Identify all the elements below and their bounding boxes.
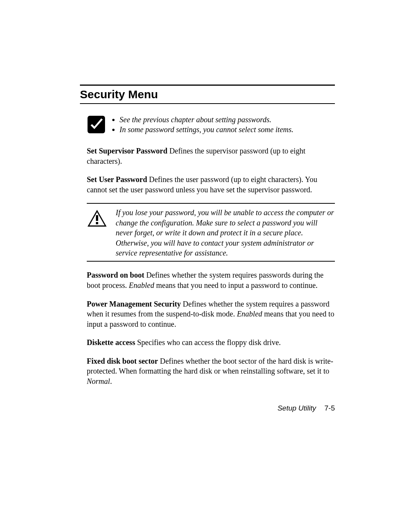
paragraph-set-supervisor: Set Supervisor Password Defines the supe… bbox=[87, 146, 335, 166]
term: Set Supervisor Password bbox=[87, 147, 167, 155]
document-page: Security Menu See the previous chapter a… bbox=[0, 0, 411, 532]
svg-rect-2 bbox=[96, 215, 98, 221]
title-block: Security Menu bbox=[80, 85, 335, 104]
page-footer: Setup Utility7-5 bbox=[277, 404, 335, 412]
emphasis: Enabled bbox=[129, 281, 155, 289]
text: . bbox=[110, 377, 112, 385]
footer-label: Setup Utility bbox=[277, 404, 316, 412]
paragraph-diskette-access: Diskette access Specifies who can access… bbox=[87, 337, 335, 348]
heading-bottom-rule bbox=[80, 103, 335, 104]
text: means that you need to input a password … bbox=[154, 281, 317, 289]
footer-page-number: 7-5 bbox=[325, 404, 335, 412]
note-list: See the previous chapter about setting p… bbox=[112, 115, 293, 134]
warning-callout: If you lose your password, you will be u… bbox=[87, 203, 335, 262]
paragraph-power-management: Power Management Security Defines whethe… bbox=[87, 299, 335, 329]
warning-icon bbox=[87, 209, 107, 227]
term: Diskette access bbox=[87, 338, 135, 347]
paragraph-password-on-boot: Password on boot Defines whether the sys… bbox=[87, 270, 335, 290]
warning-bottom-rule bbox=[87, 261, 335, 262]
note-item: See the previous chapter about setting p… bbox=[119, 115, 293, 125]
term: Power Management Security bbox=[87, 300, 181, 308]
warning-row: If you lose your password, you will be u… bbox=[87, 204, 335, 261]
checkmark-icon bbox=[88, 116, 105, 133]
emphasis: Normal bbox=[87, 377, 110, 385]
term: Set User Password bbox=[87, 175, 147, 184]
term: Fixed disk boot sector bbox=[87, 357, 158, 365]
term: Password on boot bbox=[87, 271, 144, 279]
note-item: In some password settings, you cannot se… bbox=[119, 125, 293, 134]
emphasis: Enabled bbox=[237, 310, 262, 318]
note-callout: See the previous chapter about setting p… bbox=[88, 115, 335, 134]
warning-text: If you lose your password, you will be u… bbox=[116, 208, 335, 258]
text: Specifies who can access the floppy disk… bbox=[135, 338, 281, 347]
paragraph-fixed-disk: Fixed disk boot sector Defines whether t… bbox=[87, 356, 335, 387]
svg-rect-3 bbox=[96, 222, 98, 224]
paragraph-set-user: Set User Password Defines the user passw… bbox=[87, 174, 335, 195]
heading-top-rule bbox=[80, 85, 335, 86]
page-heading: Security Menu bbox=[80, 88, 335, 101]
